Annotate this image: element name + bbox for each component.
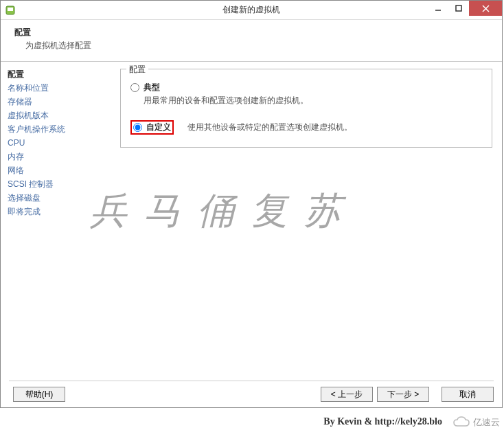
cloud-logo: 亿速云: [453, 416, 500, 429]
sidebar-item-config[interactable]: 配置: [8, 67, 104, 81]
content-area: 配置 典型 用最常用的设备和配置选项创建新的虚拟机。 自定义 使用其他设备或特定…: [111, 62, 502, 381]
radio-label-typical: 典型: [144, 82, 482, 93]
maximize-button[interactable]: [448, 1, 469, 16]
next-button[interactable]: 下一步 >: [377, 387, 429, 402]
cloud-logo-text: 亿速云: [473, 416, 500, 429]
sidebar-item-network[interactable]: 网络: [8, 163, 104, 177]
radio-desc-custom: 使用其他设备或特定的配置选项创建虚拟机。: [187, 122, 482, 133]
svg-rect-1: [8, 8, 13, 11]
back-button[interactable]: < 上一步: [321, 387, 373, 402]
page-title: 配置: [14, 27, 488, 38]
credit-text: By Kevin & http://kely28.blo: [323, 416, 442, 427]
highlight-box: 自定义: [130, 120, 174, 135]
header-panel: 配置 为虚拟机选择配置: [1, 20, 502, 62]
window-title: 创建新的虚拟机: [222, 4, 280, 16]
body: 配置 名称和位置 存储器 虚拟机版本 客户机操作系统 CPU 内存 网络 SCS…: [1, 62, 502, 381]
footer: 帮助(H) < 上一步 下一步 > 取消: [9, 381, 494, 402]
sidebar-item-cpu[interactable]: CPU: [8, 136, 104, 150]
titlebar: 创建新的虚拟机: [1, 1, 502, 20]
app-icon: [5, 5, 16, 16]
cancel-button[interactable]: 取消: [442, 387, 494, 402]
sidebar-item-scsi[interactable]: SCSI 控制器: [8, 177, 104, 191]
sidebar-item-guest-os[interactable]: 客户机操作系统: [8, 122, 104, 136]
wizard-steps: 配置 名称和位置 存储器 虚拟机版本 客户机操作系统 CPU 内存 网络 SCS…: [1, 62, 111, 381]
config-fieldset: 配置 典型 用最常用的设备和配置选项创建新的虚拟机。 自定义 使用其他设备或特定…: [120, 69, 492, 148]
fieldset-legend: 配置: [126, 64, 148, 76]
radio-option-custom[interactable]: 自定义 使用其他设备或特定的配置选项创建虚拟机。: [130, 120, 482, 135]
window-controls: [428, 1, 502, 16]
minimize-button[interactable]: [428, 1, 448, 16]
dialog-window: 创建新的虚拟机 配置 为虚拟机选择配置 配置 名称和位置 存储器 虚拟机版本 客…: [0, 0, 503, 408]
page-subtitle: 为虚拟机选择配置: [25, 40, 488, 52]
svg-rect-3: [456, 5, 461, 11]
sidebar-item-memory[interactable]: 内存: [8, 150, 104, 163]
radio-option-typical[interactable]: 典型 用最常用的设备和配置选项创建新的虚拟机。: [130, 82, 482, 106]
close-button[interactable]: [469, 1, 502, 16]
sidebar-item-select-disk[interactable]: 选择磁盘: [8, 191, 104, 205]
radio-custom[interactable]: [133, 123, 142, 132]
sidebar-item-complete[interactable]: 即将完成: [8, 205, 104, 218]
radio-desc-typical: 用最常用的设备和配置选项创建新的虚拟机。: [144, 95, 482, 106]
radio-typical[interactable]: [130, 83, 139, 92]
sidebar-item-name-location[interactable]: 名称和位置: [8, 81, 104, 95]
radio-label-custom: 自定义: [146, 122, 171, 133]
sidebar-item-storage[interactable]: 存储器: [8, 95, 104, 109]
help-button[interactable]: 帮助(H): [13, 387, 65, 402]
sidebar-item-vm-version[interactable]: 虚拟机版本: [8, 109, 104, 122]
